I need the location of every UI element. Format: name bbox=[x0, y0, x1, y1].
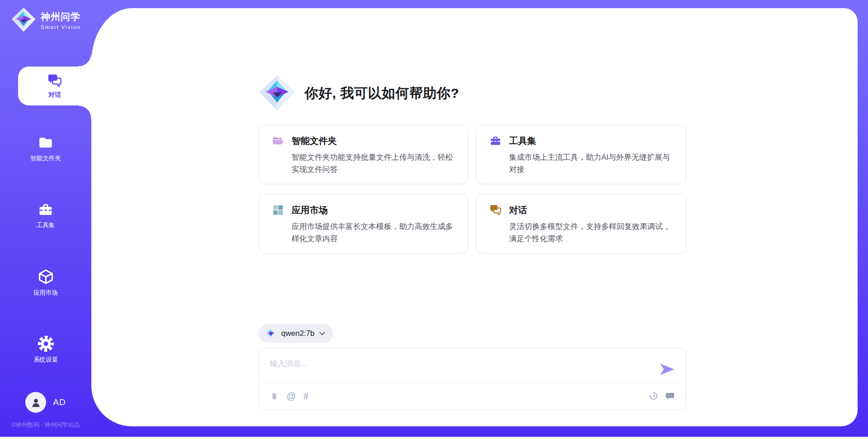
card-description: 灵活切换多模型文件，支持多样回复效果调试，满足个性化需求 bbox=[509, 220, 673, 245]
sidebar-item-chat[interactable]: 对话 bbox=[18, 67, 91, 105]
toolbox-icon bbox=[38, 201, 54, 218]
user-account[interactable]: AD bbox=[0, 392, 91, 413]
greeting: 你好, 我可以如何帮助你? bbox=[259, 75, 459, 112]
card-chat[interactable]: 对话 灵活切换多模型文件，支持多样回复效果调试，满足个性化需求 bbox=[476, 194, 686, 253]
paperclip-icon[interactable] bbox=[270, 391, 279, 401]
tab-fillet-bottom bbox=[79, 105, 91, 118]
user-initials: AD bbox=[53, 397, 66, 407]
brand: 神州问学 Smart Vision bbox=[11, 7, 81, 33]
sidebar-item-label: 工具集 bbox=[37, 221, 55, 229]
cube-icon bbox=[38, 268, 54, 285]
chat-icon bbox=[489, 204, 502, 216]
chat-icon bbox=[47, 73, 62, 88]
message-icon[interactable] bbox=[665, 391, 675, 401]
card-title: 工具集 bbox=[509, 135, 536, 147]
avatar bbox=[25, 392, 46, 413]
main-content-area: 你好, 我可以如何帮助你? 智能文件夹 智能文件夹功能支持批量文件上传与清洗，轻… bbox=[91, 8, 858, 426]
brand-name: 神州问学 bbox=[41, 10, 81, 23]
grid-icon bbox=[272, 204, 284, 216]
sidebar-item-label: 系统设置 bbox=[33, 356, 58, 364]
sidebar-item-toolset[interactable]: 工具集 bbox=[0, 195, 91, 236]
folder-icon bbox=[38, 134, 54, 151]
hash-icon[interactable]: # bbox=[303, 391, 308, 401]
card-app-market[interactable]: 应用市场 应用市场提供丰富长文本模板，助力高效生成多样化文章内容 bbox=[259, 194, 468, 253]
window-bottom-edge bbox=[0, 437, 868, 439]
sidebar-item-label: 对话 bbox=[48, 91, 61, 99]
message-input[interactable] bbox=[259, 348, 657, 382]
message-composer: @ # bbox=[259, 348, 686, 410]
model-name: qwen2:7b bbox=[281, 329, 315, 338]
sidebar-item-app-market[interactable]: 应用市场 bbox=[0, 262, 91, 303]
toolbox-icon bbox=[489, 134, 502, 147]
chevron-down-icon bbox=[319, 332, 325, 335]
history-icon[interactable] bbox=[649, 391, 659, 401]
sidebar-item-smart-folders[interactable]: 智能文件夹 bbox=[0, 128, 91, 169]
card-toolset[interactable]: 工具集 集成市场上主流工具，助力AI与外界无缝扩展与对接 bbox=[476, 125, 686, 184]
composer-toolbar: @ # bbox=[259, 382, 686, 410]
at-icon[interactable]: @ bbox=[287, 391, 296, 401]
tab-fillet-top bbox=[79, 54, 91, 67]
send-icon[interactable] bbox=[660, 363, 675, 376]
greeting-text: 你好, 我可以如何帮助你? bbox=[305, 84, 459, 103]
sidebar-item-label: 智能文件夹 bbox=[30, 154, 61, 162]
card-description: 集成市场上主流工具，助力AI与外界无缝扩展与对接 bbox=[509, 151, 673, 176]
model-selector[interactable]: qwen2:7b bbox=[259, 324, 333, 343]
sidebar-item-settings[interactable]: 系统设置 bbox=[0, 329, 91, 370]
card-description: 智能文件夹功能支持批量文件上传与清洗，轻松实现文件问答 bbox=[292, 151, 455, 176]
copyright-text: ©神州数码 · 神州问学出品 bbox=[0, 421, 91, 429]
model-diamond-logo-icon bbox=[265, 328, 277, 339]
card-title: 智能文件夹 bbox=[292, 135, 337, 147]
card-title: 应用市场 bbox=[292, 204, 328, 216]
person-icon bbox=[30, 396, 42, 409]
card-description: 应用市场提供丰富长文本模板，助力高效生成多样化文章内容 bbox=[292, 220, 455, 245]
content-column: 你好, 我可以如何帮助你? 智能文件夹 智能文件夹功能支持批量文件上传与清洗，轻… bbox=[259, 8, 686, 426]
greeting-diamond-logo-icon bbox=[259, 75, 296, 112]
gear-icon bbox=[38, 335, 54, 352]
feature-cards: 智能文件夹 智能文件夹功能支持批量文件上传与清洗，轻松实现文件问答 工具集 集成… bbox=[259, 125, 686, 253]
card-smart-folders[interactable]: 智能文件夹 智能文件夹功能支持批量文件上传与清洗，轻松实现文件问答 bbox=[259, 125, 468, 184]
brand-diamond-logo-icon bbox=[11, 7, 36, 33]
sidebar-item-label: 应用市场 bbox=[33, 289, 58, 297]
brand-subtitle: Smart Vision bbox=[41, 24, 81, 30]
card-title: 对话 bbox=[509, 204, 527, 216]
folder-open-icon bbox=[272, 134, 284, 147]
